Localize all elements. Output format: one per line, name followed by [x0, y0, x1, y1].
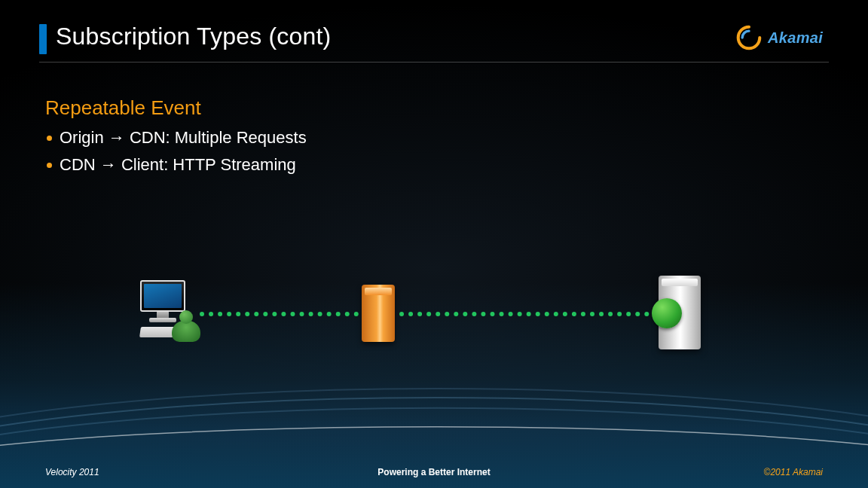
background-swoosh-icon	[0, 375, 868, 465]
footer-left: Velocity 2011	[45, 467, 304, 477]
footer-center: Powering a Better Internet	[304, 467, 564, 477]
client-node-icon	[136, 279, 207, 350]
bullet-item: CDN → Client: HTTP Streaming	[47, 155, 307, 175]
bullet-text: Origin → CDN: Multiple Requests	[60, 128, 307, 148]
brand-logo: Akamai	[736, 23, 823, 53]
monitor-stand-icon	[157, 312, 169, 318]
bullet-dot-icon	[47, 136, 52, 141]
cdn-server-icon	[362, 285, 395, 342]
dotted-connector	[200, 312, 686, 316]
user-icon	[170, 309, 202, 343]
bullet-item: Origin → CDN: Multiple Requests	[47, 128, 307, 148]
progress-dot-icon	[652, 298, 682, 328]
title-underline	[39, 62, 829, 63]
slide-footer: Velocity 2011 Powering a Better Internet…	[0, 456, 868, 488]
network-diagram	[136, 279, 701, 369]
footer-right: ©2011 Akamai	[564, 467, 823, 477]
bullet-dot-icon	[47, 163, 52, 168]
bullet-list: Origin → CDN: Multiple Requests CDN → Cl…	[47, 128, 307, 182]
slide-title: Subscription Types (cont)	[56, 23, 331, 50]
title-accent-bar	[39, 24, 47, 54]
slide-subheading: Repeatable Event	[45, 96, 201, 120]
brand-name: Akamai	[768, 29, 823, 47]
bullet-text: CDN → Client: HTTP Streaming	[60, 155, 296, 175]
monitor-icon	[140, 280, 185, 312]
akamai-swoosh-icon	[736, 25, 762, 50]
